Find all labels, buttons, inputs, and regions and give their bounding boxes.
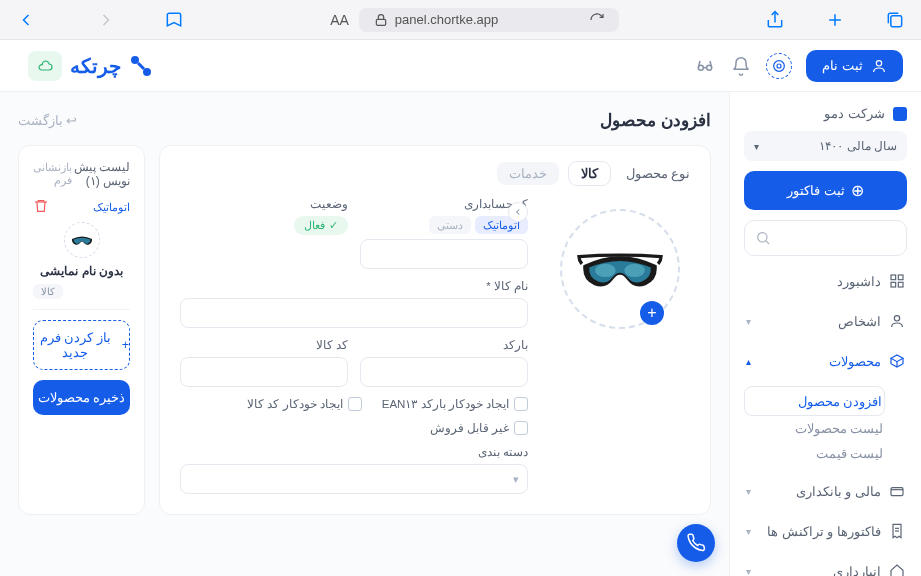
svg-rect-0 [376,19,385,25]
svg-point-12 [758,233,767,242]
svg-rect-17 [898,282,903,287]
draft-item-name: بدون نام نمایشی [40,264,122,278]
item-code-input[interactable] [180,357,348,387]
glasses-icon[interactable] [694,55,716,77]
chevron-down-icon: ▾ [746,486,751,497]
app-header: ثبت نام چرتکه [0,40,921,92]
svg-rect-3 [891,15,902,26]
accounting-code-input[interactable] [360,239,528,269]
toggle-manual[interactable]: دستی [429,216,471,234]
phone-fab[interactable] [677,524,715,562]
users-icon [889,313,905,329]
chevron-down-icon: ▾ [746,316,751,327]
category-label: دسته بندی [180,445,528,459]
draft-type-chip: کالا [33,284,63,299]
collapse-sidebar-button[interactable] [508,202,528,222]
sidebar-subitem-price-list[interactable]: لیست قیمت [744,441,885,466]
product-image-upload: + [550,197,690,494]
signup-label: ثبت نام [822,58,863,73]
new-form-button[interactable]: + باز کردن فرم جدید [33,320,130,370]
fiscal-year-selector[interactable]: سال مالی ۱۴۰۰ ▾ [744,131,907,161]
back-link[interactable]: ↩ بازگشت [18,113,77,128]
sidebar-item-dashboard[interactable]: داشبورد [744,266,907,296]
status-badge[interactable]: ✓ فعال [294,216,348,235]
chevron-up-icon: ▴ [746,356,751,367]
signup-button[interactable]: ثبت نام [806,50,903,82]
company-name: شرکت دمو [824,106,885,121]
sidebar-item-label: افزودن محصول [798,394,882,409]
barcode-input[interactable] [360,357,528,387]
phone-icon [686,533,706,553]
receipt-icon [889,523,905,539]
sidebar-item-products[interactable]: محصولات ▴ [744,346,907,376]
sidebar-item-label: محصولات [829,354,881,369]
auto-ean-checkbox[interactable]: ایجاد خودکار بارکد EAN۱۳ [382,397,528,411]
tabs-icon[interactable] [885,10,905,30]
sidebar-subitem-add-product[interactable]: افزودن محصول [744,386,885,416]
logo-mark-icon [129,54,153,78]
sidebar-search[interactable] [744,220,907,256]
delete-draft-icon[interactable] [33,198,49,216]
chevron-down-icon: ▾ [746,526,751,537]
sidebar-item-banking[interactable]: مالی و بانکداری ▾ [744,476,907,506]
url-text: panel.chortke.app [395,12,498,27]
save-products-button[interactable]: ذخیره محصولات [33,380,130,415]
tab-goods[interactable]: کالا [569,162,610,185]
sidebar-item-label: فاکتورها و تراکنش ها [767,524,881,539]
sidebar-item-persons[interactable]: اشخاص ▾ [744,306,907,336]
company-selector[interactable]: شرکت دمو [744,106,907,121]
product-image[interactable]: + [560,209,680,329]
svg-point-9 [131,56,139,64]
chevron-down-icon: ▾ [513,473,519,486]
not-for-sale-checkbox[interactable]: غیر قابل فروش [430,421,528,435]
bookmarks-icon[interactable] [164,10,184,30]
target-icon[interactable] [766,53,792,79]
box-icon [889,353,905,369]
register-invoice-button[interactable]: ⊕ ثبت فاکتور [744,171,907,210]
reload-icon[interactable] [589,12,605,28]
forward-icon[interactable] [96,10,116,30]
add-image-button[interactable]: + [640,301,664,325]
tab-services[interactable]: خدمات [497,162,559,185]
sidebar-item-label: اشخاص [838,314,881,329]
draft-title: لیست پیش نویس (۱) [72,160,130,188]
bell-icon[interactable] [730,55,752,77]
address-bar[interactable]: panel.chortke.app [359,8,619,32]
cloud-icon [28,51,62,81]
user-icon [871,58,887,74]
sidebar-subitem-product-list[interactable]: لیست محصولات [744,416,885,441]
sidebar-item-label: مالی و بانکداری [796,484,881,499]
share-icon[interactable] [765,10,785,30]
svg-point-5 [777,64,781,68]
svg-point-18 [894,316,899,321]
plus-icon: + [122,338,129,352]
register-invoice-label: ثبت فاکتور [787,183,845,198]
draft-item[interactable]: اتوماتیک بدون نام نمایشی کالا [33,198,130,310]
back-icon[interactable] [16,10,36,30]
auto-code-checkbox[interactable]: ایجاد خودکار کد کالا [247,397,362,411]
wallet-icon [889,483,905,499]
plus-icon: ⊕ [851,181,864,200]
main-content: افزودن محصول ↩ بازگشت نوع محصول کالا خدم… [0,92,729,576]
company-logo-icon [893,107,907,121]
home-icon [889,563,905,576]
accounting-code-label: کد حسابداری [360,197,528,211]
svg-rect-19 [891,488,903,496]
grid-icon [889,273,905,289]
logo[interactable]: چرتکه [18,51,153,81]
logo-text: چرتکه [70,54,121,78]
sidebar: شرکت دمو سال مالی ۱۴۰۰ ▾ ⊕ ثبت فاکتور دا… [729,92,921,576]
reset-form-button[interactable]: بازنشانی فرم [33,161,72,187]
draft-panel: لیست پیش نویس (۱) بازنشانی فرم اتوماتیک … [18,145,145,515]
product-name-input[interactable] [180,298,528,328]
fiscal-year-label: سال مالی ۱۴۰۰ [819,139,897,153]
sidebar-item-inventory[interactable]: انبارداری ▾ [744,556,907,576]
svg-line-13 [766,241,769,244]
draft-thumbnail [64,222,100,258]
category-select[interactable]: ▾ [180,464,528,494]
sidebar-item-invoices[interactable]: فاکتورها و تراکنش ها ▾ [744,516,907,546]
svg-point-24 [624,264,645,277]
sidebar-item-label: لیست قیمت [816,446,883,461]
new-tab-icon[interactable] [825,10,845,30]
text-size-label[interactable]: AA [330,12,349,28]
